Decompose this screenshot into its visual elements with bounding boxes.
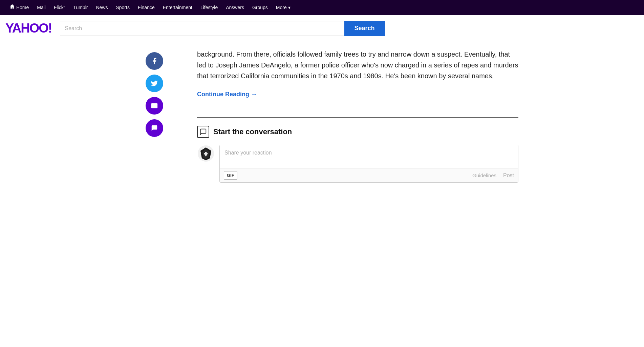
conversation-icon <box>199 128 207 136</box>
comment-icon <box>151 124 158 132</box>
continue-reading-link[interactable]: Continue Reading → <box>197 91 257 98</box>
nav-home[interactable]: Home <box>5 0 33 15</box>
content-wrapper: background. From there, officials follow… <box>119 42 525 189</box>
guidelines-link[interactable]: Guidelines <box>472 172 496 178</box>
search-bar: Search <box>60 21 385 36</box>
comment-share-button[interactable] <box>146 119 163 137</box>
nav-tumblr[interactable]: Tumblr <box>69 0 92 15</box>
nav-lifestyle[interactable]: Lifestyle <box>196 0 222 15</box>
site-header: YAHOO! Search <box>0 15 644 42</box>
comment-actions: Guidelines Post <box>472 172 514 179</box>
twitter-icon <box>151 80 158 87</box>
comments-title: Start the conversation <box>213 127 292 136</box>
gif-button[interactable]: GIF <box>224 171 237 180</box>
nav-entertainment[interactable]: Entertainment <box>159 0 196 15</box>
nav-answers[interactable]: Answers <box>222 0 248 15</box>
comments-header-icon <box>197 126 209 138</box>
search-input[interactable] <box>60 21 344 36</box>
article-body: background. From there, officials follow… <box>197 49 518 81</box>
twitter-share-button[interactable] <box>146 75 163 92</box>
social-sidebar <box>119 49 190 183</box>
section-divider <box>197 117 518 118</box>
home-icon <box>9 4 15 9</box>
comment-input-area: GIF Guidelines Post <box>197 145 518 183</box>
nav-mail[interactable]: Mail <box>33 0 50 15</box>
comments-section: Start the conversation <box>197 126 518 183</box>
email-icon <box>151 102 158 109</box>
nav-more[interactable]: More ▾ <box>272 0 295 15</box>
avatar-image <box>197 145 215 162</box>
main-content: background. From there, officials follow… <box>190 49 525 183</box>
comments-header: Start the conversation <box>197 126 518 138</box>
facebook-icon <box>151 57 158 65</box>
email-share-button[interactable] <box>146 97 163 115</box>
comment-textarea[interactable] <box>220 145 518 167</box>
facebook-share-button[interactable] <box>146 52 163 70</box>
comment-toolbar: GIF Guidelines Post <box>220 168 518 182</box>
nav-sports[interactable]: Sports <box>112 0 133 15</box>
nav-finance[interactable]: Finance <box>134 0 159 15</box>
post-button[interactable]: Post <box>503 172 514 179</box>
comment-box: GIF Guidelines Post <box>219 145 518 183</box>
search-button[interactable]: Search <box>344 21 385 36</box>
nav-home-label: Home <box>16 5 29 10</box>
user-avatar <box>197 145 215 162</box>
yahoo-logo[interactable]: YAHOO! <box>5 21 52 36</box>
nav-news[interactable]: News <box>92 0 112 15</box>
top-navigation: Home Mail Flickr Tumblr News Sports Fina… <box>0 0 644 15</box>
nav-groups[interactable]: Groups <box>248 0 272 15</box>
nav-flickr[interactable]: Flickr <box>50 0 69 15</box>
